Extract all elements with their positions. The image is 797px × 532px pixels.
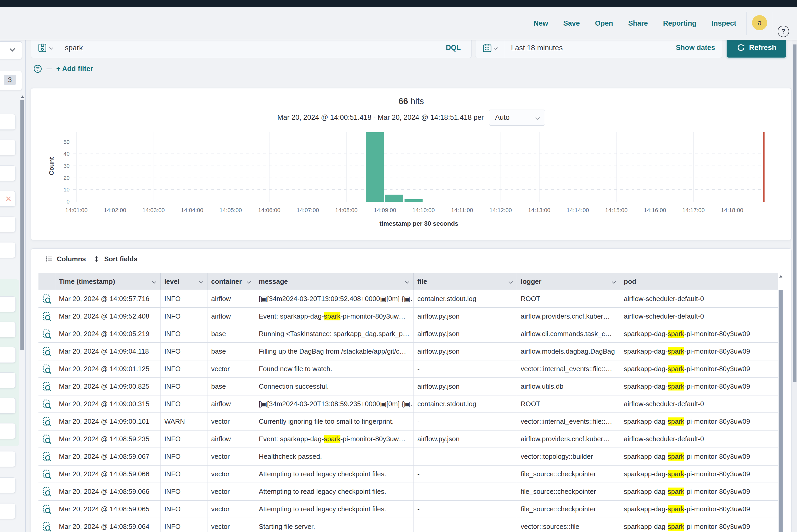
sidebar-scrollbar[interactable] [20,100,24,350]
save-icon [38,43,47,53]
query-language-button[interactable]: DQL [446,44,461,52]
expand-row-button[interactable] [38,308,55,325]
filter-icon[interactable] [33,64,42,73]
cell-file: airflow.py.json [414,343,517,360]
cell-file: - [414,466,517,482]
expand-row-button[interactable] [38,413,55,430]
sidebar-scroll-up-icon[interactable] [20,95,24,98]
sidebar-collapse-panel[interactable] [0,41,22,59]
query-bar[interactable]: spark DQL [31,37,471,58]
help-icon[interactable]: ? [778,26,789,37]
field-card[interactable]: ✕ [0,191,16,207]
table-scrollbar-thumb[interactable] [779,290,783,532]
cell-message: Currently ignoring file too small to fin… [255,413,414,430]
expand-row-button[interactable] [38,431,55,448]
interval-select[interactable]: Auto [489,110,545,126]
field-card[interactable] [0,398,16,414]
cell-container: base [207,378,255,395]
field-card[interactable] [0,423,16,439]
table-row: Mar 20, 2024 @ 14:09:52.408INFOairflowEv… [38,308,778,325]
expand-row-button[interactable] [38,378,55,395]
inspect-document-icon [42,452,51,462]
refresh-button[interactable]: Refresh [727,37,786,58]
expand-row-button[interactable] [38,290,55,307]
field-card[interactable] [0,296,16,312]
table-scrollbar[interactable] [778,290,783,532]
date-quick-menu[interactable] [476,38,504,58]
expand-row-button[interactable] [38,518,55,532]
avatar[interactable]: a [752,15,767,30]
page-scrollbar[interactable] [792,40,797,532]
field-card[interactable] [0,242,16,258]
expand-row-button[interactable] [38,448,55,465]
nav-link-inspect[interactable]: Inspect [711,19,736,27]
inspect-document-icon [42,364,51,374]
column-header-label: file [418,278,427,286]
search-input[interactable]: spark [65,44,446,52]
column-header-label: logger [521,278,541,286]
field-card[interactable] [0,373,16,388]
y-gridline [73,166,764,166]
column-header-container[interactable]: container [207,273,255,290]
field-card[interactable] [0,503,16,519]
cell-pod: airflow-scheduler-default-0 [620,396,778,413]
nav-link-save[interactable]: Save [563,19,580,27]
table-row: Mar 20, 2024 @ 14:09:00.101WARNvectorCur… [38,413,778,431]
column-header-logger[interactable]: logger [517,273,620,290]
field-card[interactable] [0,165,16,181]
expand-row-button[interactable] [38,466,55,482]
field-card[interactable] [0,322,16,337]
cell-logger: file_source::checkpointer [517,466,620,482]
cell-level: INFO [161,431,207,448]
histogram-bar[interactable] [405,199,423,202]
cell-message: [▣[34m2024-03-20T13:08:59.235+0000▣[0m] … [255,396,414,413]
saved-query-menu[interactable] [31,38,59,58]
date-range-value[interactable]: Last 18 minutes [511,44,676,52]
columns-button[interactable]: Columns [45,255,86,263]
expand-row-button[interactable] [38,343,55,360]
column-header-level[interactable]: level [161,273,207,290]
expand-row-button[interactable] [38,360,55,377]
expand-row-button[interactable] [38,325,55,342]
nav-link-share[interactable]: Share [628,19,648,27]
inspect-document-icon [42,294,51,304]
expand-row-button[interactable] [38,483,55,500]
y-tick-label: 50 [54,139,70,145]
add-filter-button[interactable]: + Add filter [56,65,93,73]
column-header-pod[interactable]: pod [620,273,778,290]
inspect-document-icon [42,329,51,339]
cell-logger: airflow.utils.db [517,378,620,395]
expand-row-button[interactable] [38,500,55,518]
histogram-bar[interactable] [385,195,403,202]
column-header-time[interactable]: Time (timestamp) [55,273,161,290]
sort-fields-button[interactable]: Sort fields [93,255,137,263]
cell-time: Mar 20, 2024 @ 14:08:59.066 [55,483,161,500]
histogram-bar[interactable] [366,132,384,202]
page-scrollbar-thumb[interactable] [793,44,796,382]
field-card[interactable] [0,140,16,155]
field-card[interactable] [0,451,16,467]
column-header-message[interactable]: message [255,273,414,290]
remove-field-icon[interactable]: ✕ [5,194,12,204]
field-card[interactable] [0,114,16,130]
x-gridline [578,132,578,202]
cell-container: base [207,325,255,342]
date-picker[interactable]: Last 18 minutes Show dates [475,37,722,58]
refresh-icon [737,43,745,52]
x-tick-label: 14:01:00 [57,207,96,214]
field-card[interactable] [0,477,16,493]
nav-link-open[interactable]: Open [595,19,613,27]
field-card[interactable] [0,216,16,232]
table-scroll-up-icon[interactable] [779,275,783,278]
sort-fields-label: Sort fields [104,255,137,263]
column-header-label: message [259,278,288,286]
cell-container: airflow [207,308,255,325]
expand-row-button[interactable] [38,396,55,413]
nav-link-new[interactable]: New [534,19,548,27]
column-header-file[interactable]: file [414,273,517,290]
nav-link-reporting[interactable]: Reporting [663,19,697,27]
sort-arrows-icon [93,255,100,263]
field-card[interactable] [0,347,16,363]
show-dates-button[interactable]: Show dates [676,44,715,52]
selected-fields-count-panel[interactable]: 3 [0,71,22,90]
